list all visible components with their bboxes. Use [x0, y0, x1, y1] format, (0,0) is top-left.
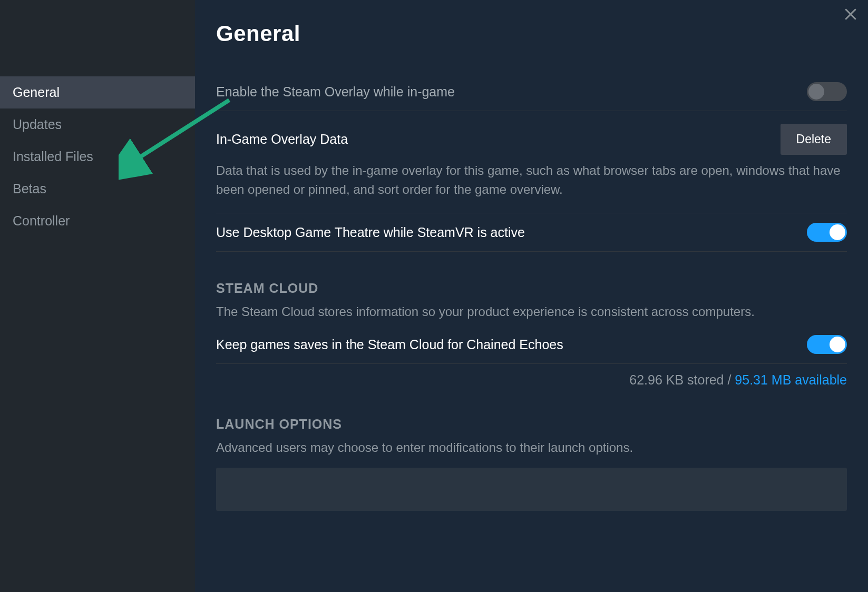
overlay-data-desc: Data that is used by the in-game overlay…	[216, 161, 847, 199]
storage-stored: 62.96 KB stored /	[629, 372, 735, 387]
cloud-desc: The Steam Cloud stores information so yo…	[216, 302, 847, 321]
toggle-theatre[interactable]	[807, 223, 847, 242]
launch-options-input[interactable]	[216, 468, 847, 511]
overlay-data-heading: In-Game Overlay Data	[216, 132, 348, 147]
page-title: General	[216, 21, 847, 46]
setting-label: Use Desktop Game Theatre while SteamVR i…	[216, 225, 525, 240]
cloud-heading: STEAM CLOUD	[216, 281, 847, 296]
sidebar-item-controller[interactable]: Controller	[0, 205, 195, 237]
toggle-overlay[interactable]	[807, 82, 847, 101]
sidebar-item-updates[interactable]: Updates	[0, 108, 195, 141]
close-icon[interactable]	[843, 6, 859, 22]
setting-enable-overlay: Enable the Steam Overlay while in-game	[216, 73, 847, 111]
section-steam-cloud: STEAM CLOUD The Steam Cloud stores infor…	[216, 252, 847, 325]
section-overlay-data: In-Game Overlay Data Delete Data that is…	[216, 111, 847, 213]
setting-label: Enable the Steam Overlay while in-game	[216, 84, 455, 100]
launch-desc: Advanced users may choose to enter modif…	[216, 438, 847, 457]
setting-desktop-theatre: Use Desktop Game Theatre while SteamVR i…	[216, 213, 847, 252]
delete-button[interactable]: Delete	[781, 124, 847, 155]
setting-cloud-saves: Keep games saves in the Steam Cloud for …	[216, 325, 847, 364]
storage-available: 95.31 MB available	[735, 372, 847, 387]
sidebar: General Updates Installed Files Betas Co…	[0, 0, 195, 592]
section-launch-options: LAUNCH OPTIONS Advanced users may choose…	[216, 388, 847, 515]
toggle-cloud-saves[interactable]	[807, 335, 847, 354]
launch-heading: LAUNCH OPTIONS	[216, 417, 847, 432]
cloud-storage-info: 62.96 KB stored / 95.31 MB available	[216, 364, 847, 388]
main-panel: General Enable the Steam Overlay while i…	[195, 0, 868, 592]
sidebar-item-installed-files[interactable]: Installed Files	[0, 141, 195, 173]
sidebar-item-betas[interactable]: Betas	[0, 173, 195, 205]
sidebar-item-general[interactable]: General	[0, 76, 195, 108]
setting-label: Keep games saves in the Steam Cloud for …	[216, 337, 563, 352]
